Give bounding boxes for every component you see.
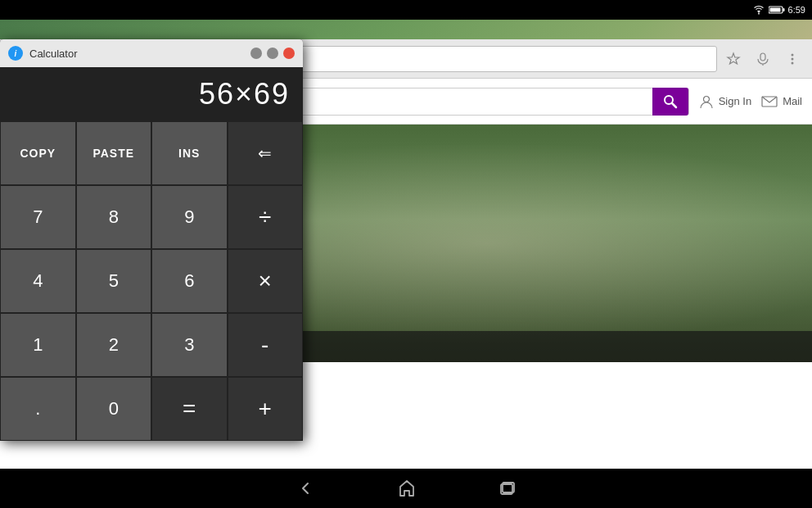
browser-menu-button[interactable]	[779, 46, 805, 72]
status-icons: 6:59	[752, 5, 805, 15]
backspace-button[interactable]: ⇐	[228, 121, 304, 185]
calc-title-buttons	[250, 48, 295, 59]
button-2[interactable]: 2	[76, 313, 152, 377]
close-button[interactable]	[283, 48, 295, 59]
svg-point-6	[792, 57, 794, 60]
yahoo-mail[interactable]: Mail	[761, 95, 802, 107]
svg-point-10	[703, 96, 709, 102]
status-time: 6:59	[788, 5, 805, 15]
button-0[interactable]: 0	[76, 377, 152, 441]
plus-button[interactable]: +	[228, 377, 304, 441]
status-bar: 6:59	[0, 0, 812, 20]
calc-display: 56×69	[0, 67, 303, 121]
home-nav-button[interactable]	[397, 479, 417, 498]
svg-rect-2	[769, 8, 780, 12]
calc-row-4: 1 2 3 -	[0, 313, 303, 377]
svg-rect-1	[783, 8, 784, 11]
calc-row-3: 4 5 6 ×	[0, 249, 303, 313]
button-3[interactable]: 3	[151, 313, 228, 377]
button-6[interactable]: 6	[151, 249, 228, 313]
calc-display-value: 56×69	[13, 77, 290, 111]
calculator-window: i Calculator 56×69 COPY PASTE INS ⇐ 7	[0, 39, 303, 441]
calc-titlebar: i Calculator	[0, 39, 303, 67]
bookmark-button[interactable]	[720, 46, 747, 72]
ins-button[interactable]: INS	[151, 121, 228, 185]
battery-icon	[769, 5, 785, 15]
svg-line-9	[672, 103, 676, 107]
mail-label: Mail	[783, 95, 802, 107]
recents-nav-button[interactable]	[498, 479, 517, 497]
yahoo-signin[interactable]: Sign In	[699, 94, 751, 109]
background: 🌐 www.yahoo.com ≡ YAHOO! Search	[0, 20, 812, 508]
svg-point-7	[792, 61, 794, 64]
android-nav	[0, 469, 812, 508]
button-1[interactable]: 1	[0, 313, 76, 377]
calc-app-icon: i	[8, 46, 23, 61]
button-9[interactable]: 9	[151, 185, 228, 249]
wifi-icon	[752, 5, 765, 15]
yahoo-search-button[interactable]	[652, 88, 688, 116]
signin-label: Sign In	[719, 95, 751, 107]
calc-buttons: COPY PASTE INS ⇐ 7 8 9 ÷ 4 5 6 × 1	[0, 121, 303, 441]
maximize-button[interactable]	[267, 48, 278, 59]
svg-rect-3	[760, 53, 765, 61]
minus-button[interactable]: -	[228, 313, 304, 377]
button-5[interactable]: 5	[76, 249, 152, 313]
divide-button[interactable]: ÷	[228, 185, 304, 249]
calc-row-5: . 0 = +	[0, 377, 303, 441]
minimize-button[interactable]	[250, 48, 262, 59]
copy-button[interactable]: COPY	[0, 121, 76, 185]
paste-button[interactable]: PASTE	[76, 121, 152, 185]
dot-button[interactable]: .	[0, 377, 76, 441]
button-4[interactable]: 4	[0, 249, 76, 313]
back-nav-button[interactable]	[295, 479, 315, 498]
multiply-button[interactable]: ×	[228, 249, 304, 313]
calc-row-2: 7 8 9 ÷	[0, 185, 303, 249]
equals-button[interactable]: =	[151, 377, 228, 441]
calc-row-1: COPY PASTE INS ⇐	[0, 121, 303, 185]
svg-point-5	[792, 53, 794, 56]
mic-button[interactable]	[750, 46, 776, 72]
button-7[interactable]: 7	[0, 185, 76, 249]
calc-title: Calculator	[29, 48, 244, 60]
button-8[interactable]: 8	[76, 185, 152, 249]
